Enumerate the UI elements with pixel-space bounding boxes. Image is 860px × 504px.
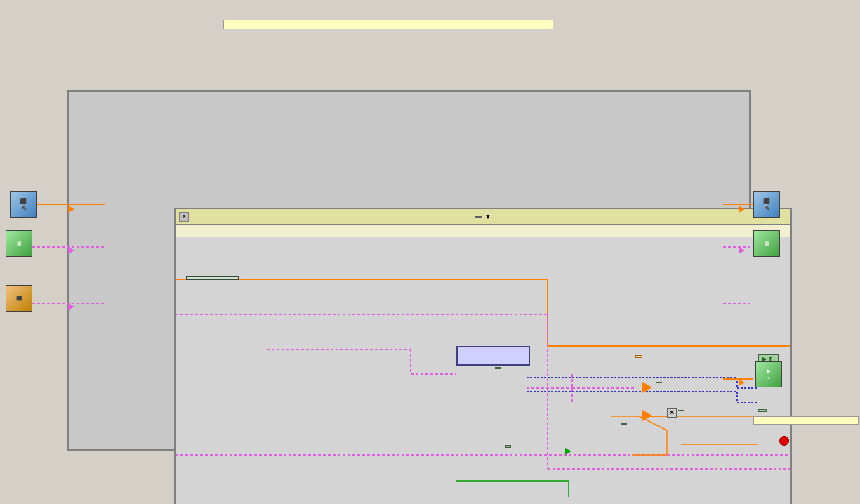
wire-overlay <box>176 237 790 504</box>
container-state-icon: ⬛ <box>6 285 32 312</box>
display-state-out-icon: ▦ <box>753 230 780 257</box>
footnote-box <box>753 416 859 425</box>
display-state-out-arrow <box>739 247 745 254</box>
coerce-arrow-2 <box>642 410 652 421</box>
event-description <box>176 225 790 237</box>
event-header-left: ✕ <box>179 212 189 222</box>
stop-indicator <box>779 436 789 446</box>
data-changed-arrow <box>565 448 571 455</box>
data-out-icon: ⬛🔌 <box>753 191 780 218</box>
event-dropdown-arrow[interactable]: ▼ <box>484 213 491 220</box>
const-thousand <box>621 423 627 425</box>
update-slider-vi[interactable] <box>456 346 530 366</box>
ii16-box-1 <box>656 382 662 383</box>
source-block <box>186 276 239 280</box>
facade-tooltip <box>223 20 553 29</box>
main-diagram-frame: ✕ ▼ <box>67 90 751 451</box>
event-header: ✕ ▼ <box>176 209 790 225</box>
data-in-icon: ⬛🔌 <box>10 191 37 218</box>
display-state-in-icon: ▦ <box>6 230 32 257</box>
action-arrow <box>739 379 745 386</box>
container-state-arrow <box>68 303 74 310</box>
ii16-box-2 <box>678 410 684 411</box>
data-changed-box <box>505 445 511 448</box>
coerce-arrow-1 <box>642 382 652 393</box>
display-state-arrow <box>68 247 74 254</box>
numeric-box <box>635 355 642 358</box>
digits-precision-output <box>758 409 767 412</box>
data-out-arrow <box>739 206 745 213</box>
event-close-button[interactable]: ✕ <box>179 212 189 222</box>
event-case-label <box>475 216 482 218</box>
event-structure-frame: ✕ ▼ <box>174 208 792 504</box>
const-three <box>495 367 501 369</box>
data-in-arrow <box>68 206 74 213</box>
multiply-node: ✕ <box>667 408 677 418</box>
action-icon: ▶1 <box>755 361 782 387</box>
